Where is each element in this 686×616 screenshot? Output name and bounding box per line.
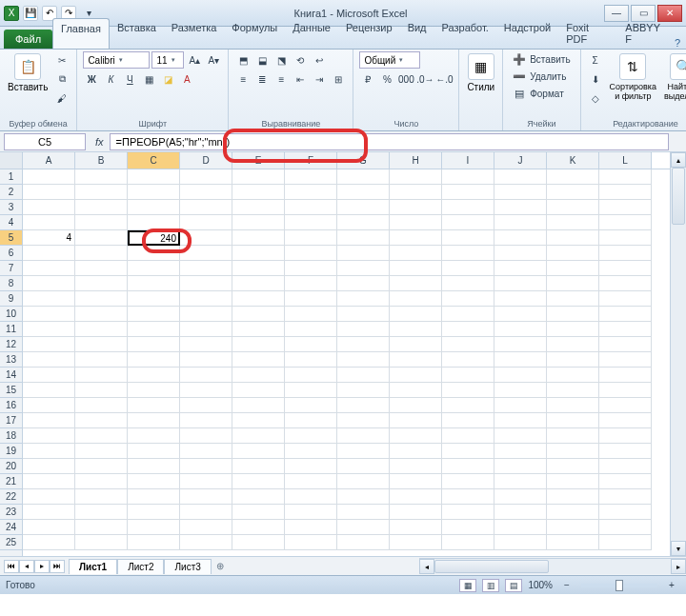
cell-H18[interactable]	[390, 428, 442, 444]
cell-A5[interactable]: 4	[23, 230, 75, 246]
column-header-D[interactable]: D	[180, 152, 232, 169]
cell-F18[interactable]	[285, 428, 337, 444]
cell-L6[interactable]	[599, 246, 652, 261]
cell-G7[interactable]	[337, 261, 390, 276]
cell-A15[interactable]	[23, 383, 75, 398]
cell-H4[interactable]	[390, 215, 442, 230]
cell-D1[interactable]	[180, 169, 232, 185]
cell-D5[interactable]	[180, 230, 232, 246]
cell-B13[interactable]	[75, 352, 128, 368]
cell-B2[interactable]	[75, 185, 128, 200]
increase-indent-button[interactable]: ⇥	[311, 70, 328, 88]
cell-B3[interactable]	[75, 200, 128, 215]
cell-A19[interactable]	[23, 444, 75, 459]
vscroll-track[interactable]	[671, 168, 686, 541]
row-header-21[interactable]: 21	[0, 474, 22, 489]
cell-H6[interactable]	[390, 246, 442, 261]
cell-H11[interactable]	[390, 322, 442, 337]
cell-D12[interactable]	[180, 337, 232, 352]
cell-D10[interactable]	[180, 307, 232, 322]
sheet-tab-2[interactable]: Лист3	[164, 559, 211, 574]
align-left-button[interactable]: ≡	[234, 70, 252, 88]
row-header-3[interactable]: 3	[0, 200, 22, 215]
cell-A17[interactable]	[23, 413, 75, 428]
column-header-K[interactable]: K	[547, 152, 599, 169]
cell-B23[interactable]	[75, 505, 128, 520]
cell-G18[interactable]	[337, 428, 390, 444]
cell-I23[interactable]	[442, 505, 494, 520]
cell-C8[interactable]	[128, 276, 180, 291]
vertical-scrollbar[interactable]: ▴ ▾	[670, 152, 686, 556]
cell-C19[interactable]	[128, 444, 180, 459]
cell-C18[interactable]	[128, 428, 180, 444]
align-bottom-button[interactable]: ⬔	[272, 51, 290, 69]
cell-J22[interactable]	[494, 489, 547, 505]
cell-J5[interactable]	[494, 230, 547, 246]
underline-button[interactable]: Ч	[121, 70, 138, 88]
cell-E9[interactable]	[232, 291, 285, 307]
row-header-4[interactable]: 4	[0, 215, 22, 230]
cell-A2[interactable]	[23, 185, 75, 200]
cell-L15[interactable]	[599, 383, 652, 398]
cell-E17[interactable]	[232, 413, 285, 428]
cell-B24[interactable]	[75, 520, 128, 535]
cell-I9[interactable]	[442, 291, 494, 307]
cell-E20[interactable]	[232, 459, 285, 474]
cell-F7[interactable]	[285, 261, 337, 276]
border-button[interactable]: ▦	[140, 70, 157, 88]
cell-C11[interactable]	[128, 322, 180, 337]
cell-B20[interactable]	[75, 459, 128, 474]
ribbon-tab-9[interactable]: Foxit PDF	[558, 18, 617, 49]
cell-E11[interactable]	[232, 322, 285, 337]
ribbon-tab-2[interactable]: Разметка	[164, 18, 225, 49]
cell-J10[interactable]	[494, 307, 547, 322]
row-header-14[interactable]: 14	[0, 368, 22, 383]
cell-B12[interactable]	[75, 337, 128, 352]
scroll-right-button[interactable]: ▸	[671, 559, 686, 574]
paste-button[interactable]: 📋 Вставить	[6, 51, 50, 94]
cell-F9[interactable]	[285, 291, 337, 307]
column-header-J[interactable]: J	[494, 152, 547, 169]
cell-E7[interactable]	[232, 261, 285, 276]
cell-G8[interactable]	[337, 276, 390, 291]
cell-H13[interactable]	[390, 352, 442, 368]
cell-D23[interactable]	[180, 505, 232, 520]
cell-F17[interactable]	[285, 413, 337, 428]
column-header-B[interactable]: B	[75, 152, 128, 169]
cell-I10[interactable]	[442, 307, 494, 322]
cell-A11[interactable]	[23, 322, 75, 337]
row-header-19[interactable]: 19	[0, 444, 22, 459]
bold-button[interactable]: Ж	[83, 70, 100, 88]
row-header-2[interactable]: 2	[0, 185, 22, 200]
cell-L16[interactable]	[599, 398, 652, 413]
cell-J18[interactable]	[494, 428, 547, 444]
cell-I21[interactable]	[442, 474, 494, 489]
cell-D22[interactable]	[180, 489, 232, 505]
cells-area[interactable]: 4240	[23, 169, 670, 550]
cell-F4[interactable]	[285, 215, 337, 230]
cell-H2[interactable]	[390, 185, 442, 200]
cell-K7[interactable]	[547, 261, 599, 276]
cell-K20[interactable]	[547, 459, 599, 474]
cell-L7[interactable]	[599, 261, 652, 276]
cell-A14[interactable]	[23, 368, 75, 383]
sheet-tab-0[interactable]: Лист1	[69, 559, 117, 574]
cell-G25[interactable]	[337, 535, 390, 550]
cell-H10[interactable]	[390, 307, 442, 322]
cell-C25[interactable]	[128, 535, 180, 550]
cell-H23[interactable]	[390, 505, 442, 520]
cell-A12[interactable]	[23, 337, 75, 352]
cell-K25[interactable]	[547, 535, 599, 550]
cell-B25[interactable]	[75, 535, 128, 550]
cell-H20[interactable]	[390, 459, 442, 474]
row-header-11[interactable]: 11	[0, 322, 22, 337]
cell-L19[interactable]	[599, 444, 652, 459]
cell-I1[interactable]	[442, 169, 494, 185]
cell-G14[interactable]	[337, 368, 390, 383]
cell-F20[interactable]	[285, 459, 337, 474]
cell-D19[interactable]	[180, 444, 232, 459]
cell-I18[interactable]	[442, 428, 494, 444]
cell-J24[interactable]	[494, 520, 547, 535]
cell-I14[interactable]	[442, 368, 494, 383]
cell-A7[interactable]	[23, 261, 75, 276]
